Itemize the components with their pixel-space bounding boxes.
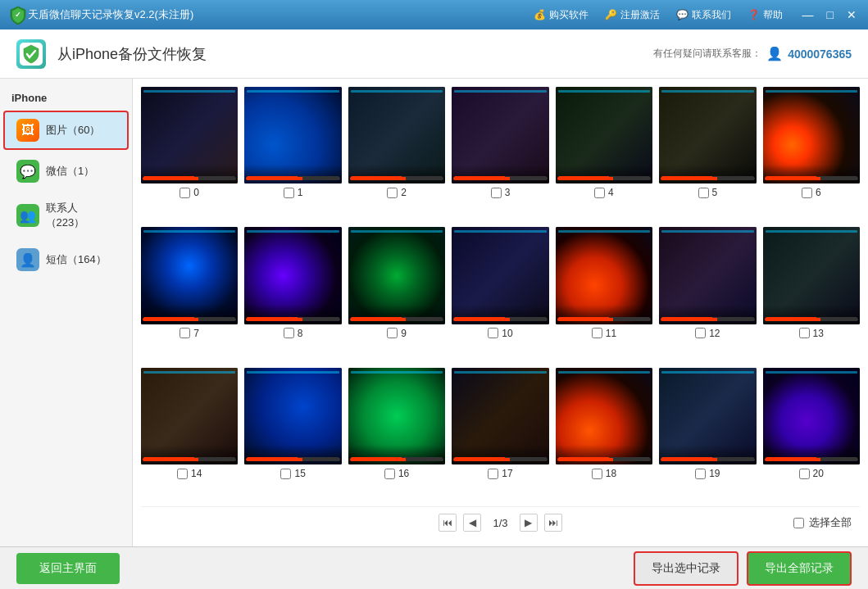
photo-label-row: 13 — [799, 328, 824, 339]
photo-image — [244, 87, 341, 183]
photo-image — [141, 87, 238, 183]
register-btn[interactable]: 🔑 注册激活 — [605, 8, 660, 22]
support-phone: 4000076365 — [788, 48, 852, 61]
app-title: 天盾微信聊天记录恢复v2.2(未注册) — [28, 7, 534, 22]
photo-thumbnail[interactable] — [452, 227, 548, 324]
photo-label-row: 0 — [180, 187, 199, 198]
select-all-checkbox[interactable] — [793, 518, 804, 528]
maximize-button[interactable]: □ — [824, 8, 837, 21]
photo-label-row: 8 — [284, 328, 303, 339]
buy-software-btn[interactable]: 💰 购买软件 — [534, 8, 589, 22]
photo-label-row: 7 — [180, 328, 199, 339]
photo-number: 4 — [608, 187, 614, 198]
close-button[interactable]: ✕ — [843, 8, 860, 21]
export-selected-button[interactable]: 导出选中记录 — [634, 551, 738, 586]
next-page-button[interactable]: ▶ — [520, 514, 538, 532]
photo-item: 16 — [348, 368, 445, 501]
photo-thumbnail[interactable] — [556, 87, 652, 183]
photo-thumbnail[interactable] — [659, 87, 756, 183]
photo-checkbox[interactable] — [488, 469, 498, 479]
photo-image — [244, 368, 341, 464]
select-all-area: 选择全部 — [793, 515, 852, 530]
photo-thumbnail[interactable] — [348, 227, 445, 324]
photo-checkbox[interactable] — [488, 328, 498, 338]
photo-thumbnail[interactable] — [556, 227, 652, 324]
sms-icon: 👤 — [16, 248, 39, 271]
pagination: ⏮ ◀ 1/3 ▶ ⏭ 选择全部 — [141, 506, 860, 538]
contact-btn[interactable]: 💬 联系我们 — [676, 8, 731, 22]
minimize-button[interactable]: — — [799, 8, 817, 21]
photo-checkbox[interactable] — [180, 328, 190, 338]
photo-item: 19 — [659, 368, 756, 501]
photo-label-row: 17 — [488, 468, 512, 479]
photo-item: 5 — [659, 87, 756, 220]
photo-checkbox[interactable] — [799, 328, 810, 338]
photo-thumbnail[interactable] — [763, 87, 860, 183]
photo-image — [556, 368, 652, 464]
photo-label-row: 1 — [284, 187, 303, 198]
photo-checkbox[interactable] — [698, 188, 709, 198]
support-label: 有任何疑问请联系客服： — [653, 47, 761, 61]
photo-thumbnail[interactable] — [452, 87, 548, 183]
photo-thumbnail[interactable] — [556, 368, 652, 464]
photo-image — [452, 87, 548, 183]
photo-thumbnail[interactable] — [659, 227, 756, 324]
photo-thumbnail[interactable] — [763, 368, 860, 464]
photo-number: 11 — [606, 328, 616, 339]
wechat-icon: 💬 — [16, 160, 39, 183]
photo-number: 19 — [709, 468, 720, 479]
photo-thumbnail[interactable] — [452, 368, 548, 464]
photo-checkbox[interactable] — [180, 188, 190, 198]
photo-thumbnail[interactable] — [763, 227, 860, 324]
sidebar-item-contacts[interactable]: 👥 联系人（223） — [3, 193, 129, 238]
photo-thumbnail[interactable] — [244, 87, 341, 183]
photo-thumbnail[interactable] — [141, 227, 238, 324]
help-btn[interactable]: ❓ 帮助 — [748, 8, 783, 22]
photo-checkbox[interactable] — [594, 188, 605, 198]
photo-label-row: 19 — [695, 468, 720, 479]
first-page-button[interactable]: ⏮ — [439, 514, 457, 532]
last-page-button[interactable]: ⏭ — [544, 514, 562, 532]
back-button[interactable]: 返回主界面 — [16, 553, 120, 584]
photo-checkbox[interactable] — [491, 188, 502, 198]
photo-image — [556, 227, 652, 324]
photo-thumbnail[interactable] — [659, 368, 756, 464]
photo-checkbox[interactable] — [177, 469, 188, 479]
photo-item: 17 — [452, 368, 548, 501]
photo-item: 6 — [763, 87, 860, 220]
sidebar-item-wechat[interactable]: 💬 微信（1） — [3, 152, 129, 191]
photo-checkbox[interactable] — [384, 469, 395, 479]
photo-checkbox[interactable] — [284, 328, 294, 338]
prev-page-button[interactable]: ◀ — [463, 514, 481, 532]
photo-checkbox[interactable] — [592, 328, 602, 338]
photo-image — [659, 227, 756, 324]
photo-number: 6 — [816, 187, 821, 198]
photo-checkbox[interactable] — [695, 328, 706, 338]
photo-checkbox[interactable] — [695, 469, 706, 479]
select-all-label: 选择全部 — [809, 515, 852, 530]
sidebar-item-sms[interactable]: 👤 短信（164） — [3, 240, 129, 279]
photo-image — [659, 87, 756, 183]
photo-checkbox[interactable] — [802, 188, 812, 198]
photo-checkbox[interactable] — [284, 188, 294, 198]
photo-number: 7 — [193, 328, 199, 339]
photo-checkbox[interactable] — [799, 469, 810, 479]
photo-thumbnail[interactable] — [141, 87, 238, 183]
export-all-button[interactable]: 导出全部记录 — [747, 551, 852, 586]
sidebar-item-photos[interactable]: 🖼 图片（60） — [3, 111, 129, 150]
photo-thumbnail[interactable] — [244, 368, 341, 464]
photo-label-row: 20 — [799, 468, 824, 479]
photo-thumbnail[interactable] — [348, 368, 445, 464]
photo-checkbox[interactable] — [592, 469, 602, 479]
photo-item: 4 — [556, 87, 652, 220]
photo-image — [141, 368, 238, 464]
support-info: 有任何疑问请联系客服： 👤 4000076365 — [653, 46, 852, 61]
photo-thumbnail[interactable] — [244, 227, 341, 324]
photo-checkbox[interactable] — [280, 469, 291, 479]
photo-checkbox[interactable] — [387, 188, 398, 198]
contacts-label: 联系人（223） — [46, 201, 116, 230]
photo-checkbox[interactable] — [387, 328, 398, 338]
photo-thumbnail[interactable] — [348, 87, 445, 183]
photo-item: 7 — [141, 227, 238, 360]
photo-thumbnail[interactable] — [141, 368, 238, 464]
